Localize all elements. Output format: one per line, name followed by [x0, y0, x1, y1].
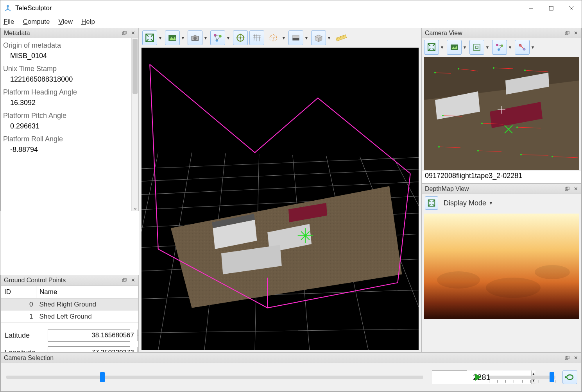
depthmap-layer-button[interactable] [288, 30, 303, 45]
window-maximize-button[interactable] [541, 1, 561, 15]
longitude-label: Longitude [5, 349, 44, 353]
frame-slider[interactable] [6, 376, 423, 379]
frame-spinbox[interactable]: ▲▼ [432, 370, 467, 384]
camera-view-panel: Camera View ✕ ▼ ▼ ▼ ▼ ▼ [421, 28, 582, 184]
camera-view-float-button[interactable] [563, 29, 571, 37]
cam-residuals-button[interactable] [515, 40, 530, 55]
table-row[interactable]: 1 Shed Left Ground [1, 311, 138, 323]
latitude-input[interactable] [48, 330, 137, 341]
app-logo-icon [4, 4, 12, 12]
svg-point-86 [458, 68, 459, 69]
menu-view[interactable]: View [58, 18, 73, 26]
gcp-table[interactable]: ID Name 0 Shed Right Ground 1 Shed Left … [1, 285, 138, 323]
dropdown-arrow-icon[interactable]: ▼ [530, 40, 536, 55]
depthmap-panel: DepthMap View ✕ Display Mode ▼ [421, 184, 582, 353]
gcp-panel: Ground Control Points ✕ ID Name 0 Shed R… [0, 275, 139, 353]
camera-button[interactable] [188, 30, 202, 45]
longitude-spinbox[interactable]: ▲▼ [48, 346, 130, 352]
spinner-up-icon[interactable]: ▲ [138, 347, 138, 352]
dropdown-arrow-icon[interactable]: ▼ [439, 40, 445, 55]
world-view-panel: ▼ ▼ ▼ ▼ [139, 28, 421, 353]
roi-button[interactable] [266, 30, 281, 45]
svg-line-68 [521, 46, 523, 48]
dropdown-arrow-icon[interactable]: ▼ [326, 30, 332, 45]
cam-image-layer-button[interactable] [447, 40, 462, 55]
menu-help[interactable]: Help [81, 18, 95, 26]
svg-point-92 [438, 146, 440, 148]
svg-point-91 [516, 127, 518, 128]
play-button[interactable] [474, 373, 482, 381]
svg-line-24 [217, 36, 220, 41]
dropdown-arrow-icon[interactable]: ▼ [303, 30, 310, 45]
landmarks-button[interactable] [210, 30, 225, 45]
cam-tracks-button[interactable] [492, 40, 507, 55]
dropdown-arrow-icon[interactable]: ▼ [225, 30, 231, 45]
dropdown-arrow-icon[interactable]: ▼ [462, 40, 468, 55]
table-row[interactable]: 0 Shed Right Ground [1, 299, 138, 311]
svg-rect-19 [194, 35, 197, 36]
svg-point-94 [520, 154, 522, 155]
camera-view-image[interactable] [424, 57, 579, 170]
cam-zoom-extents-button[interactable] [424, 40, 439, 55]
spinner-down-icon[interactable]: ▼ [138, 336, 138, 342]
depthmap-image[interactable] [424, 214, 579, 319]
speed-slider[interactable] [489, 376, 555, 379]
metadata-key: Origin of metadata [3, 40, 136, 51]
latitude-spinbox[interactable]: ▲▼ [48, 329, 130, 342]
depthmap-float-button[interactable] [563, 185, 571, 193]
camera-view-close-button[interactable]: ✕ [572, 29, 580, 37]
app-title: TeleSculptor [15, 4, 521, 12]
display-mode-dropdown[interactable]: Display Mode ▼ [444, 199, 493, 207]
svg-point-18 [193, 37, 197, 40]
svg-point-89 [442, 115, 444, 116]
longitude-input[interactable] [48, 347, 137, 352]
image-layer-button[interactable] [165, 30, 180, 45]
dropdown-arrow-icon[interactable]: ▼ [157, 30, 163, 45]
zoom-extents-button[interactable] [142, 30, 157, 45]
metadata-list: Origin of metadata MISB_0104 Unix Time S… [1, 38, 138, 159]
dropdown-arrow-icon[interactable]: ▼ [180, 30, 186, 45]
metadata-scrollbar[interactable]: ⌄ [131, 38, 138, 211]
menu-compute[interactable]: Compute [23, 18, 50, 26]
svg-point-106 [535, 265, 570, 279]
svg-rect-31 [292, 36, 299, 38]
dropdown-arrow-icon[interactable]: ▼ [484, 40, 491, 55]
depth-zoom-extents-button[interactable] [425, 196, 438, 210]
svg-rect-3 [549, 6, 553, 10]
svg-point-95 [552, 156, 553, 157]
svg-point-87 [493, 67, 494, 69]
ground-plane-button[interactable] [249, 30, 264, 45]
dropdown-arrow-icon: ▼ [489, 200, 493, 206]
menu-file[interactable]: File [4, 18, 14, 26]
metadata-panel-float-button[interactable] [120, 29, 128, 37]
gcp-col-name[interactable]: Name [36, 286, 138, 299]
depthmap-close-button[interactable]: ✕ [572, 185, 580, 193]
spinner-up-icon[interactable]: ▲ [138, 330, 138, 336]
loop-button[interactable] [562, 370, 577, 384]
gcp-panel-close-button[interactable]: ✕ [129, 276, 137, 284]
metadata-value: 16.3092 [3, 98, 136, 110]
world-view-canvas[interactable] [141, 48, 419, 350]
ruler-button[interactable] [334, 30, 349, 45]
titlebar: TeleSculptor [0, 0, 582, 16]
gcp-col-id[interactable]: ID [1, 286, 36, 299]
svg-line-65 [499, 46, 502, 50]
dropdown-arrow-icon[interactable]: ▼ [202, 30, 209, 45]
svg-rect-60 [476, 46, 478, 48]
svg-point-85 [434, 72, 436, 73]
ground-control-button[interactable] [233, 30, 248, 45]
window-close-button[interactable] [561, 1, 582, 15]
cam-lock-button[interactable] [469, 40, 484, 55]
camera-view-toolbar: ▼ ▼ ▼ ▼ ▼ [422, 38, 581, 56]
metadata-panel-title: Metadata [4, 30, 120, 37]
gcp-panel-float-button[interactable] [120, 276, 128, 284]
svg-rect-59 [474, 44, 480, 50]
camera-selection-close-button[interactable]: ✕ [572, 354, 580, 362]
volume-button[interactable] [311, 30, 326, 45]
window-minimize-button[interactable] [521, 1, 541, 15]
menubar: File Compute View Help [0, 16, 582, 28]
dropdown-arrow-icon[interactable]: ▼ [507, 40, 513, 55]
metadata-panel-close-button[interactable]: ✕ [129, 29, 137, 37]
dropdown-arrow-icon[interactable]: ▼ [281, 30, 287, 45]
camera-selection-float-button[interactable] [563, 354, 571, 362]
